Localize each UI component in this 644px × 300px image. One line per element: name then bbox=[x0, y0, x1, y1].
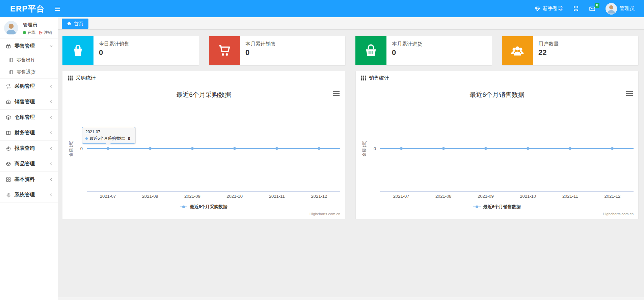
stat-card-label: 本月累计销售 bbox=[245, 41, 276, 47]
tab-home[interactable]: 首页 bbox=[62, 19, 88, 29]
stat-card-value: 0 bbox=[392, 48, 422, 57]
notebook-icon bbox=[9, 58, 14, 62]
sidebar-item-report-query[interactable]: 报表查询 bbox=[0, 141, 58, 156]
beginner-guide-label: 新手引导 bbox=[543, 5, 563, 12]
data-point-marker[interactable] bbox=[611, 147, 614, 150]
sidebar-item-warehouse-management[interactable]: 仓库管理 bbox=[0, 110, 58, 125]
main-content: 首页 今日累计销售 0 本月累计销售 0 bbox=[58, 17, 644, 300]
map-book-icon bbox=[6, 130, 11, 136]
chevron-left-icon bbox=[49, 146, 53, 150]
sales-line-chart: 最近6个月销售数据 金额 (元) 0 2021-072021-082021-09… bbox=[356, 85, 638, 218]
sidebar-toggle-button[interactable] bbox=[54, 6, 61, 12]
sidebar-item-label: 报表查询 bbox=[15, 145, 35, 152]
x-axis-line bbox=[380, 191, 634, 192]
data-point-marker[interactable] bbox=[149, 147, 152, 150]
tab-bar: 首页 bbox=[58, 17, 644, 30]
panel-title: 采购统计 bbox=[76, 75, 96, 81]
chart-title: 最近6个月采购数据 bbox=[62, 90, 345, 99]
gear-icon bbox=[6, 192, 11, 198]
purchase-stats-panel: 采购统计 最近6个月采购数据 金额 (元) 0 2021-072021-0820… bbox=[62, 71, 345, 219]
chevron-left-icon bbox=[49, 100, 53, 104]
sidebar-item-label: 仓库管理 bbox=[15, 114, 35, 120]
chevron-left-icon bbox=[49, 178, 53, 181]
chart-context-menu-icon[interactable] bbox=[333, 91, 340, 97]
data-point-marker[interactable] bbox=[527, 147, 529, 150]
users-icon bbox=[502, 36, 533, 65]
data-point-marker[interactable] bbox=[233, 147, 236, 150]
online-status-dot bbox=[23, 31, 26, 34]
stat-card-user-count: 用户数量 22 bbox=[502, 36, 638, 65]
sidebar-item-system-management[interactable]: 系统管理 bbox=[0, 187, 58, 203]
data-point-marker[interactable] bbox=[275, 147, 278, 150]
shopping-bag-icon bbox=[62, 36, 93, 65]
highcharts-credits-link[interactable]: Highcharts.com.cn bbox=[310, 212, 340, 216]
hamburger-icon bbox=[54, 6, 61, 12]
messages-button[interactable]: 0 bbox=[589, 6, 595, 12]
data-point-marker[interactable] bbox=[400, 147, 403, 150]
sidebar-user-block: 管理员 在线 注销 bbox=[0, 17, 58, 38]
sidebar-item-retail-outbound[interactable]: 零售出库 bbox=[0, 54, 58, 66]
sidebar-item-retail-management[interactable]: 零售管理 bbox=[0, 38, 58, 54]
x-axis-tick-label: 2021-11 bbox=[269, 194, 285, 199]
sidebar-item-sales-management[interactable]: 销售管理 bbox=[0, 94, 58, 110]
content-bottom-strip bbox=[58, 297, 644, 300]
x-axis-tick-label: 2021-08 bbox=[142, 194, 158, 199]
x-axis-tick-label: 2021-08 bbox=[435, 194, 452, 199]
sidebar-item-label: 财务管理 bbox=[15, 130, 35, 136]
sidebar-item-product-management[interactable]: 商品管理 bbox=[0, 156, 58, 172]
sidebar-item-basic-data[interactable]: 基本资料 bbox=[0, 172, 58, 187]
data-point-marker[interactable] bbox=[191, 147, 194, 150]
logout-icon bbox=[39, 31, 43, 35]
x-axis-tick-label: 2021-10 bbox=[520, 194, 536, 199]
x-axis-tick-label: 2021-12 bbox=[311, 194, 327, 199]
y-axis-title: 金额 (元) bbox=[361, 133, 367, 164]
data-point-marker[interactable] bbox=[484, 147, 487, 150]
highcharts-credits-link[interactable]: Highcharts.com.cn bbox=[603, 212, 634, 216]
exchange-icon bbox=[6, 84, 11, 89]
sidebar-item-label: 采购管理 bbox=[15, 83, 35, 89]
legend-item[interactable]: 最近6个月采购数据 bbox=[62, 204, 345, 210]
data-point-marker[interactable] bbox=[107, 147, 109, 150]
chevron-left-icon bbox=[49, 193, 53, 197]
x-axis-tick-label: 2021-12 bbox=[605, 194, 621, 199]
fullscreen-icon bbox=[573, 6, 579, 11]
person-photo-icon bbox=[4, 21, 18, 35]
legend-label: 最近6个月采购数据 bbox=[190, 204, 227, 210]
chevron-left-icon bbox=[49, 162, 53, 166]
legend-marker-icon bbox=[473, 206, 481, 208]
fullscreen-button[interactable] bbox=[573, 6, 579, 11]
data-point-marker[interactable] bbox=[442, 147, 445, 150]
sidebar-user-avatar bbox=[4, 21, 18, 35]
panel-title: 销售统计 bbox=[369, 75, 389, 81]
stat-card-label: 今日累计销售 bbox=[99, 41, 129, 47]
chart-context-menu-icon[interactable] bbox=[626, 91, 633, 97]
chart-tooltip: 2021-07 最近6个月采购数据: 0 bbox=[82, 127, 135, 144]
chevron-left-icon bbox=[49, 131, 53, 135]
user-menu[interactable]: 管理员 bbox=[606, 3, 635, 15]
chevron-left-icon bbox=[49, 115, 53, 119]
x-axis-tick-label: 2021-11 bbox=[562, 194, 578, 199]
logout-link[interactable]: 注销 bbox=[39, 30, 52, 35]
stat-card-value: 0 bbox=[245, 48, 276, 57]
grid-icon bbox=[6, 177, 11, 182]
x-axis-labels: 2021-072021-082021-092021-102021-112021-… bbox=[380, 194, 634, 199]
package-icon bbox=[6, 161, 11, 167]
panel-header: 销售统计 bbox=[356, 71, 638, 85]
sidebar-item-purchase-management[interactable]: 采购管理 bbox=[0, 79, 58, 94]
layers-icon bbox=[6, 115, 11, 120]
y-axis-title: 金额 (元) bbox=[68, 133, 74, 164]
app-logo[interactable]: ERP平台 bbox=[10, 3, 45, 14]
sidebar-item-finance-management[interactable]: 财务管理 bbox=[0, 125, 58, 141]
legend-marker-icon bbox=[180, 206, 187, 208]
beginner-guide-button[interactable]: 新手引导 bbox=[534, 5, 563, 12]
data-point-marker[interactable] bbox=[318, 147, 320, 150]
data-point-marker[interactable] bbox=[569, 147, 571, 150]
legend-item[interactable]: 最近6个月销售数据 bbox=[356, 204, 638, 210]
legend-label: 最近6个月销售数据 bbox=[483, 204, 520, 210]
stat-card-label: 本月累计进货 bbox=[392, 41, 422, 47]
sidebar-item-label: 商品管理 bbox=[15, 161, 35, 167]
home-icon bbox=[67, 21, 72, 26]
gift-icon bbox=[6, 44, 11, 49]
y-axis-tick-label: 0 bbox=[367, 146, 376, 151]
sidebar-item-retail-returns[interactable]: 零售退货 bbox=[0, 66, 58, 78]
